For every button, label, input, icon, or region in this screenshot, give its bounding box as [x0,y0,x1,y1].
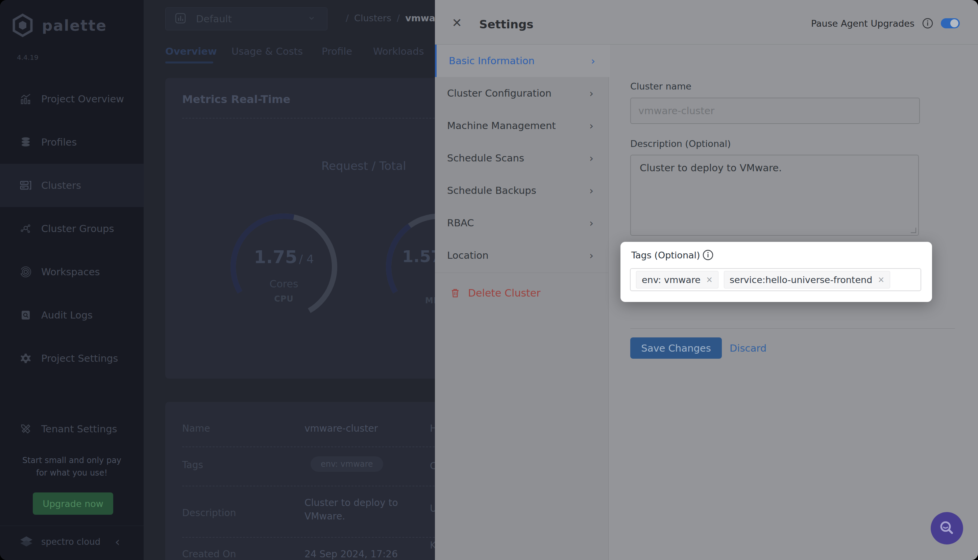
promo-text: Start small and only pay for what you us… [0,454,144,479]
server-icon [19,179,32,192]
detail-value-description-line2: VMware. [304,511,345,522]
menu-item-cluster-configuration[interactable]: Cluster Configuration › [435,77,608,110]
sidebar-item-label: Profiles [41,137,77,148]
sidebar-item-label: Clusters [41,180,81,191]
sidebar-item-profiles[interactable]: Profiles [0,121,144,164]
tags-label: Tags (Optional) [631,250,700,260]
settings-title: Settings [479,18,534,31]
cpu-gauge-unit: Cores [227,278,341,290]
cluster-name-value: vmware-cluster [638,105,714,117]
metrics-legend: Request / Total [321,159,406,173]
help-fab-button[interactable] [931,512,963,545]
tab-usage-costs[interactable]: Usage & Costs [232,46,303,57]
discard-button[interactable]: Discard [729,337,766,359]
chevron-right-icon: › [589,120,593,132]
cpu-gauge-value: 1.75 / 4 [227,247,341,267]
info-icon[interactable] [702,249,714,261]
settings-menu: Basic Information › Cluster Configuratio… [435,45,609,560]
sidebar-item-label: Cluster Groups [41,223,114,234]
tools-icon [19,422,32,436]
sidebar-footer-divider [0,525,144,526]
doc-search-icon [19,308,32,322]
sidebar-item-label: Project Settings [41,353,118,364]
detail-value-created-on: 24 Sep 2024, 17:26 [304,548,398,560]
description-value: Cluster to deploy to VMware. [640,162,782,173]
chart-icon [174,12,187,26]
info-icon[interactable] [922,18,933,29]
spectro-cloud-label: spectro cloud [41,537,100,547]
sidebar-item-clusters[interactable]: Clusters [0,164,144,207]
remove-tag-icon[interactable]: × [878,275,885,284]
sidebar-item-workspaces[interactable]: Workspaces [0,250,144,293]
detail-label-name: Name [182,423,210,434]
pause-agent-upgrades: Pause Agent Upgrades [811,18,960,29]
sidebar-item-label: Workspaces [41,266,100,278]
menu-item-rbac[interactable]: RBAC › [435,207,608,239]
brand-name: palette [42,17,107,34]
cluster-name-input[interactable]: vmware-cluster [630,98,920,124]
tag-chip-env-vmware: env: vmware × [636,271,718,288]
palette-hexagon-icon [10,13,35,38]
chevron-right-icon: › [589,152,593,164]
sidebar-item-cluster-groups[interactable]: Cluster Groups [0,207,144,250]
brand-logo: palette [10,13,107,38]
chevron-right-icon: › [589,217,593,229]
cpu-gauge-label: CPU [227,294,341,303]
tab-profile[interactable]: Profile [322,46,352,57]
upgrade-now-button[interactable]: Upgrade now [33,492,113,515]
chevron-right-icon: › [591,55,595,67]
sidebar-item-project-overview[interactable]: Project Overview [0,77,144,121]
tab-overview[interactable]: Overview [165,46,217,57]
menu-item-machine-management[interactable]: Machine Management › [435,110,608,142]
magnifier-smile-icon [938,520,956,537]
toggle-knob [950,19,958,27]
menu-item-location[interactable]: Location › [435,239,608,272]
menu-item-schedule-scans[interactable]: Schedule Scans › [435,142,608,174]
description-textarea[interactable]: Cluster to deploy to VMware. [630,155,919,236]
sidebar-item-label: Audit Logs [41,309,93,321]
detail-tag-chip: env: vmware [310,456,383,472]
layers-icon [19,135,32,149]
sidebar-item-label: Project Overview [41,93,124,105]
save-changes-button[interactable]: Save Changes [630,337,722,359]
cluster-name-label: Cluster name [630,81,691,92]
metrics-title: Metrics Real-Time [182,93,290,106]
sidebar-item-audit-logs[interactable]: Audit Logs [0,293,144,337]
sidebar-item-tenant-settings[interactable]: Tenant Settings [0,407,144,450]
trash-icon [449,287,461,298]
delete-cluster-button[interactable]: Delete Cluster [435,277,608,309]
remove-tag-icon[interactable]: × [706,275,713,284]
spectro-cloud-logo: spectro cloud [18,533,100,550]
settings-panel: ✕ Settings Pause Agent Upgrades Basic In… [435,0,978,560]
active-tab-underline [165,62,213,63]
bar-chart-icon [19,92,32,106]
close-icon[interactable]: ✕ [452,17,462,29]
chevron-right-icon: › [589,250,593,262]
pause-agent-upgrades-label: Pause Agent Upgrades [811,18,915,29]
sidebar-item-label: Tenant Settings [41,423,117,435]
resize-handle[interactable] [911,228,916,233]
tag-chip-service-frontend: service:hello-universe-frontend × [724,271,890,288]
detail-label-created-on: Created On [182,548,236,560]
sidebar-collapse-icon[interactable]: ‹ [115,534,120,549]
pause-agent-upgrades-toggle[interactable] [941,18,960,28]
nodes-icon [19,222,32,235]
tags-input[interactable]: env: vmware × service:hello-universe-fro… [630,268,921,291]
breadcrumb-clusters-link[interactable]: Clusters [354,13,391,23]
menu-divider [435,273,608,273]
detail-value-name: vmware-cluster [304,423,378,434]
project-selector-label: Default [196,13,232,25]
app-window: palette 4.4.19 Project Overview Profiles… [0,0,978,560]
menu-item-schedule-backups[interactable]: Schedule Backups › [435,174,608,207]
detail-label-description: Description [182,507,236,518]
spectro-cloud-icon [18,533,35,550]
app-version: 4.4.19 [17,53,38,62]
detail-value-description-line1: Cluster to deploy to [304,497,398,508]
menu-item-basic-information[interactable]: Basic Information › [435,45,610,77]
project-selector[interactable]: Default [165,7,327,30]
tab-workloads[interactable]: Workloads [373,46,424,57]
chevron-right-icon: › [589,87,593,99]
sidebar-item-project-settings[interactable]: Project Settings [0,337,144,380]
tags-spotlight: Tags (Optional) env: vmware × service:he… [621,242,932,302]
gear-icon [19,352,32,365]
